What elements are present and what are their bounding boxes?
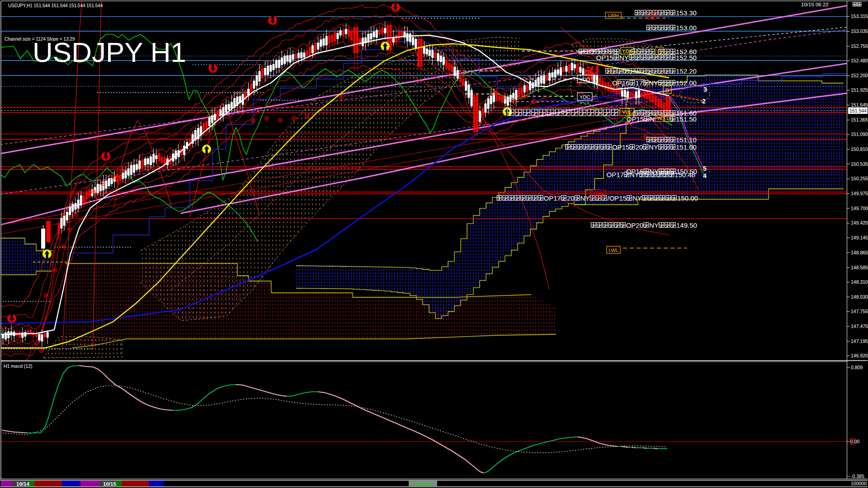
svg-text:YDH: YDH <box>622 48 632 54</box>
svg-text:OP17: OP17 <box>544 194 561 202</box>
svg-text:151.10: 151.10 <box>676 136 697 144</box>
svg-text:USDJPY,H1 151.544 151.544 151: USDJPY,H1 151.544 151.544 151.544 151.54… <box>8 3 103 8</box>
svg-text:LMH: LMH <box>593 192 604 197</box>
svg-text:NY: NY <box>649 221 659 229</box>
svg-text:151.365: 151.365 <box>851 117 868 122</box>
svg-text:153.00: 153.00 <box>676 24 697 32</box>
svg-text:VV: VV <box>656 48 663 54</box>
svg-text:149.975: 149.975 <box>851 191 868 196</box>
svg-text:NY: NY <box>630 171 639 178</box>
svg-text:148.865: 148.865 <box>851 250 868 255</box>
svg-text:D: D <box>667 116 670 121</box>
svg-text:10/15: 10/15 <box>103 481 116 487</box>
svg-text:151.544: 151.544 <box>849 108 867 113</box>
svg-text:-0.385: -0.385 <box>851 474 864 479</box>
svg-text:OP20: OP20 <box>626 221 643 229</box>
svg-text:OP15: OP15 <box>596 54 613 61</box>
svg-text:M: M <box>650 13 654 19</box>
svg-text:148.030: 148.030 <box>851 294 868 300</box>
svg-text:OP15: OP15 <box>612 143 629 151</box>
svg-text:151.925: 151.925 <box>851 87 868 93</box>
svg-text:10/15 06:22: 10/15 06:22 <box>801 2 829 7</box>
svg-text:OP17: OP17 <box>607 171 624 178</box>
svg-text:20: 20 <box>635 143 643 151</box>
svg-text:LWH: LWH <box>608 13 619 18</box>
svg-text:17: 17 <box>635 79 643 87</box>
svg-text:W: W <box>657 116 662 121</box>
svg-text:NY: NY <box>649 79 658 87</box>
svg-text:150.48: 150.48 <box>675 171 695 178</box>
svg-text:YDQ: YDQ <box>580 77 590 82</box>
svg-text:20: 20 <box>567 194 575 202</box>
svg-text:148.585: 148.585 <box>851 265 868 270</box>
svg-text:NY: NY <box>649 143 658 151</box>
svg-text:153.315: 153.315 <box>851 14 868 19</box>
svg-text:152.00: 152.00 <box>676 79 697 87</box>
svg-text:153.035: 153.035 <box>851 28 868 34</box>
svg-text:D: D <box>665 88 669 93</box>
svg-text:151.00: 151.00 <box>676 143 697 151</box>
svg-text:151.090: 151.090 <box>851 131 868 137</box>
svg-text:YDL: YDL <box>622 110 632 115</box>
svg-text:100000: 100000 <box>851 481 867 486</box>
svg-text:10/14: 10/14 <box>16 481 29 487</box>
svg-text:151.645: 151.645 <box>851 102 868 108</box>
svg-text:153.30: 153.30 <box>676 9 697 17</box>
svg-text:OP16: OP16 <box>612 79 629 87</box>
svg-text:NY: NY <box>619 54 629 61</box>
svg-text:150.255: 150.255 <box>851 176 868 181</box>
svg-text:150.535: 150.535 <box>851 161 868 167</box>
svg-text:3: 3 <box>703 86 707 93</box>
svg-text:152.200: 152.200 <box>851 73 868 78</box>
svg-text:152.20: 152.20 <box>676 67 697 75</box>
svg-text:/OP15: /OP15 <box>608 194 627 202</box>
svg-text:150.00: 150.00 <box>677 194 698 202</box>
svg-text:149.420: 149.420 <box>851 220 868 225</box>
svg-text:151.50: 151.50 <box>676 115 697 123</box>
svg-text:NY: NY <box>580 194 590 202</box>
svg-text:152.480: 152.480 <box>851 58 868 63</box>
svg-text:146.920: 146.920 <box>851 353 868 358</box>
svg-text:150.810: 150.810 <box>851 146 868 152</box>
svg-text:N: N <box>650 115 655 123</box>
svg-text:USDJPY H1: USDJPY H1 <box>33 37 186 68</box>
svg-text:2: 2 <box>702 98 706 105</box>
svg-text:5: 5 <box>703 165 707 172</box>
svg-text:OP15: OP15 <box>627 115 644 123</box>
svg-text:YDC: YDC <box>580 94 590 100</box>
svg-text:148.310: 148.310 <box>851 279 868 285</box>
svg-text:4: 4 <box>703 172 707 179</box>
svg-text:147.475: 147.475 <box>851 324 868 329</box>
svg-text:LWL: LWL <box>609 248 618 253</box>
svg-text:149.700: 149.700 <box>851 206 868 211</box>
svg-text:0.809: 0.809 <box>851 365 863 370</box>
svg-text:152.50: 152.50 <box>676 54 697 61</box>
svg-text:152.755: 152.755 <box>851 43 868 49</box>
svg-text:149.50: 149.50 <box>676 221 697 229</box>
svg-text:NY: NY <box>632 194 642 202</box>
svg-text:0.00: 0.00 <box>850 439 860 444</box>
svg-text:149.145: 149.145 <box>851 235 868 240</box>
svg-text:H1 macd (12): H1 macd (12) <box>4 363 33 369</box>
svg-text:macd ON: macd ON <box>410 481 434 487</box>
svg-text:147.195: 147.195 <box>851 338 868 344</box>
svg-text:147.755: 147.755 <box>851 309 868 314</box>
